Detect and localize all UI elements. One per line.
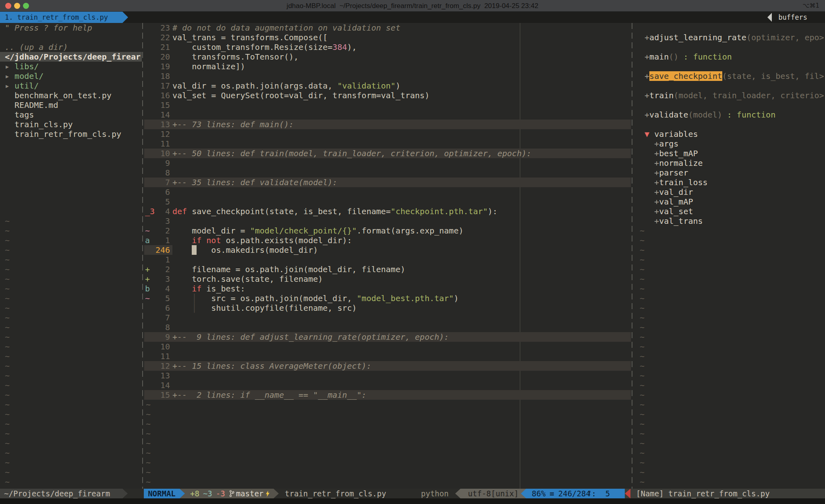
- code-line[interactable]: +2 filename = os.path.join(model_dir, fi…: [144, 264, 631, 274]
- tree-item[interactable]: benchmark_on_test.py: [0, 91, 142, 100]
- code-line[interactable]: 19 normalize]): [144, 62, 631, 71]
- code-line[interactable]: 15: [144, 100, 631, 110]
- code-line[interactable]: 20 transforms.ToTensor(),: [144, 52, 631, 62]
- tag-item[interactable]: +validate(model) : function: [633, 110, 825, 120]
- code-line[interactable]: 12+-- 15 lines: class AverageMeter(objec…: [144, 361, 631, 371]
- code-line[interactable]: 6: [144, 187, 631, 197]
- statusline-filetype: python: [421, 489, 449, 498]
- tree-item[interactable]: </jdhao/Projects/deep_firear: [0, 52, 142, 62]
- code-line[interactable]: 8: [144, 168, 631, 178]
- code-line[interactable]: 10: [144, 342, 631, 351]
- line-number: 9: [153, 158, 170, 168]
- code-line[interactable]: 13: [144, 371, 631, 380]
- tag-item[interactable]: +args: [633, 139, 825, 149]
- empty-line-tilde: ~: [633, 467, 825, 477]
- tag-item[interactable]: +best_mAP: [633, 149, 825, 158]
- code-line[interactable]: 11: [144, 139, 631, 149]
- code-line[interactable]: b4 if is_best:: [144, 284, 631, 293]
- line-number: 8: [153, 322, 170, 332]
- code-line[interactable]: 246 os.makedirs(model_dir): [144, 245, 631, 255]
- tag-item[interactable]: +val_dir: [633, 187, 825, 197]
- line-number: 3: [153, 216, 170, 226]
- tag-item[interactable]: +save_checkpoint(state, is_best, fil>: [633, 71, 825, 81]
- line-text: def save_checkpoint(state, is_best, file…: [172, 207, 497, 216]
- gutter-sign: +: [145, 264, 154, 274]
- code-line[interactable]: 8: [144, 322, 631, 332]
- code-line[interactable]: _34def save_checkpoint(state, is_best, f…: [144, 207, 631, 216]
- code-line[interactable]: 3: [144, 216, 631, 226]
- code-line[interactable]: 6 │ shutil.copyfile(filename, src): [144, 303, 631, 313]
- code-line[interactable]: a1 if not os.path.exists(model_dir):: [144, 235, 631, 245]
- line-number: 13: [153, 120, 170, 129]
- empty-line-tilde: ~: [0, 226, 142, 235]
- tag-item[interactable]: +train(model, train_loader, criterio>: [633, 91, 825, 100]
- tree-item[interactable]: .. (up a dir): [0, 42, 142, 52]
- code-line[interactable]: 18: [144, 71, 631, 81]
- code-line[interactable]: 9: [144, 158, 631, 168]
- tag-item[interactable]: ▼ variables: [633, 129, 825, 139]
- tree-item[interactable]: ▸ libs/: [0, 62, 142, 71]
- tab-current[interactable]: 1. train_retr_from_cls.py: [0, 12, 122, 23]
- code-line[interactable]: 14: [144, 380, 631, 390]
- code-line[interactable]: 17val_dir = os.path.join(args.data, "val…: [144, 81, 631, 91]
- line-text: train_cls.py: [5, 120, 73, 129]
- code-line[interactable]: 9+-- 9 lines: def adjust_learning_rate(o…: [144, 332, 631, 342]
- code-line[interactable]: 14: [144, 110, 631, 120]
- line-text: +val_dir: [640, 187, 693, 197]
- tag-item[interactable]: +val_trans: [633, 216, 825, 226]
- code-line[interactable]: ~2 model_dir = "model/check_point/{}".fo…: [144, 226, 631, 235]
- window-separator[interactable]: [142, 23, 143, 489]
- buffers-separator-icon: [767, 13, 772, 22]
- code-line[interactable]: 7: [144, 313, 631, 322]
- line-number: 20: [153, 52, 170, 62]
- line-number: 1: [153, 235, 170, 245]
- tag-item[interactable]: +parser: [633, 168, 825, 178]
- tag-item[interactable]: +main() : function: [633, 52, 825, 62]
- code-line[interactable]: 12: [144, 129, 631, 139]
- code-line[interactable]: 23# do not do data augmentation on valid…: [144, 23, 631, 33]
- code-line[interactable]: 5: [144, 197, 631, 207]
- statusline-mode: NORMAL: [144, 489, 180, 498]
- code-line[interactable]: +3 torch.save(state, filename): [144, 274, 631, 284]
- code-line[interactable]: 13+-- 73 lines: def main():: [144, 120, 631, 129]
- line-number-icon: ℓ: [588, 489, 591, 498]
- tree-item[interactable]: train_retr_from_cls.py: [0, 129, 142, 139]
- tree-item[interactable]: README.md: [0, 100, 142, 110]
- code-line[interactable]: 21 custom_transform.Resize(size=384),: [144, 42, 631, 52]
- code-line[interactable]: 11: [144, 351, 631, 361]
- empty-line-tilde: ~: [633, 390, 825, 400]
- line-number: 10: [153, 342, 170, 351]
- empty-line-tilde: ~: [0, 390, 142, 400]
- tag-item[interactable]: +train_loss: [633, 178, 825, 187]
- code-line[interactable]: ~5 │ src = os.path.join(model_dir, "mode…: [144, 293, 631, 303]
- tree-item[interactable]: ▸ model/: [0, 71, 142, 81]
- empty-line-tilde: ~: [0, 274, 142, 284]
- code-line[interactable]: 10+-- 50 lines: def train(model, train_l…: [144, 149, 631, 158]
- buffers-label: buffers: [778, 12, 807, 23]
- tree-item[interactable]: train_cls.py: [0, 120, 142, 129]
- tag-item[interactable]: +normalize: [633, 158, 825, 168]
- code-line[interactable]: 15+-- 2 lines: if __name__ == "__main__"…: [144, 390, 631, 400]
- tag-item[interactable]: +val_mAP: [633, 197, 825, 207]
- tag-item[interactable]: +adjust_learning_rate(optimizer, epo>: [633, 33, 825, 42]
- window-title: jdhao-MBP.local ~/Projects/deep_firearm/…: [0, 0, 825, 12]
- window-separator[interactable]: [632, 23, 632, 489]
- line-text: +val_trans: [640, 216, 703, 226]
- tree-item[interactable]: tags: [0, 110, 142, 120]
- line-text: +-- 50 lines: def train(model, train_loa…: [172, 149, 531, 158]
- empty-line-tilde: ~: [633, 400, 825, 409]
- tree-item[interactable]: ▸ util/: [0, 81, 142, 91]
- empty-line-tilde: ~: [0, 458, 142, 467]
- line-number: 4: [153, 207, 170, 216]
- code-line[interactable]: 1: [144, 255, 631, 264]
- tree-item[interactable]: " Press ? for help: [0, 23, 142, 33]
- code-line[interactable]: 22val_trans = transforms.Compose([: [144, 33, 631, 42]
- tag-item[interactable]: +val_set: [633, 207, 825, 216]
- line-text: val_dir = os.path.join(args.data, "valid…: [172, 81, 400, 91]
- git-added-count: +8: [190, 489, 199, 498]
- code-line[interactable]: 16val_set = QuerySet(root=val_dir, trans…: [144, 91, 631, 100]
- code-line[interactable]: 7+-- 35 lines: def validate(model):: [144, 178, 631, 187]
- empty-line-tilde: ~: [633, 322, 825, 332]
- line-text: benchmark_on_test.py: [5, 91, 112, 100]
- empty-line-tilde: ~: [633, 361, 825, 371]
